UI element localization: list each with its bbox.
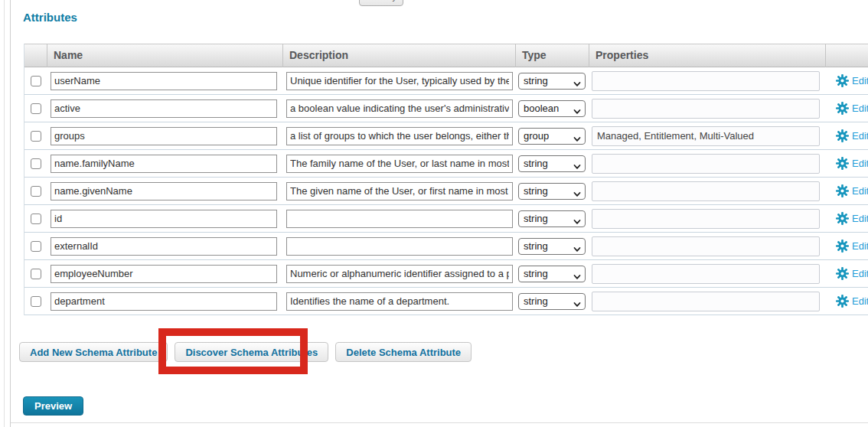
edit-link[interactable]: Edit: [852, 130, 868, 142]
attribute-type-select[interactable]: string: [518, 210, 586, 227]
attribute-description-input[interactable]: [286, 155, 513, 173]
description-cell: [282, 67, 515, 95]
attribute-description-input[interactable]: [286, 292, 513, 311]
attributes-heading: Attributes: [23, 11, 77, 24]
attribute-name-input[interactable]: [51, 182, 277, 200]
properties-cell: Managed, Entitlement, Multi-Valued: [589, 122, 825, 150]
properties-cell: [589, 233, 825, 260]
attribute-name-input[interactable]: [51, 99, 277, 118]
checkbox-cell: [24, 150, 47, 178]
attribute-type-select[interactable]: string: [518, 155, 586, 172]
attribute-name-input[interactable]: [51, 155, 277, 173]
edit-link[interactable]: Edit: [852, 240, 868, 252]
attribute-properties-field: [592, 264, 820, 284]
table-row: string: [24, 233, 868, 260]
row-checkbox[interactable]: [31, 76, 41, 86]
row-checkbox[interactable]: [31, 296, 41, 307]
column-header-name: Name: [47, 44, 282, 67]
name-cell: [47, 95, 282, 122]
edit-action[interactable]: Edit: [836, 295, 868, 308]
type-cell: string: [515, 178, 589, 205]
attribute-properties-field: [592, 209, 820, 229]
edit-action[interactable]: Edit: [836, 157, 868, 170]
attribute-description-input[interactable]: [286, 72, 513, 90]
readonly-dropdown[interactable]: Readonly▾: [359, 0, 403, 6]
table-row: string: [24, 288, 868, 315]
row-checkbox[interactable]: [31, 131, 41, 142]
properties-cell: [589, 205, 825, 233]
row-checkbox[interactable]: [31, 214, 41, 224]
edit-link[interactable]: Edit: [852, 158, 868, 169]
table-row: string: [24, 67, 868, 95]
actions-cell: Edit: [825, 233, 868, 260]
edit-link[interactable]: Edit: [852, 213, 868, 224]
delete-schema-attribute-button[interactable]: Delete Schema Attribute: [335, 342, 472, 362]
row-checkbox[interactable]: [31, 158, 41, 169]
column-header-actions: [825, 44, 868, 67]
edit-action[interactable]: Edit: [836, 184, 868, 197]
edit-link[interactable]: Edit: [852, 103, 868, 114]
attribute-type-select[interactable]: string: [518, 183, 586, 200]
checkbox-cell: [24, 178, 47, 205]
preview-button[interactable]: Preview: [23, 396, 83, 416]
attribute-type-select[interactable]: string: [518, 73, 586, 90]
type-cell: string: [515, 205, 589, 233]
edit-link[interactable]: Edit: [852, 75, 868, 86]
attribute-description-input[interactable]: [286, 182, 513, 200]
name-cell: [47, 205, 282, 233]
edit-link[interactable]: Edit: [852, 185, 868, 197]
checkbox-cell: [24, 122, 47, 150]
attribute-name-input[interactable]: [51, 237, 277, 256]
attribute-properties-field: [592, 292, 820, 311]
description-cell: [282, 288, 515, 315]
attribute-description-input[interactable]: [286, 237, 513, 256]
panel-border-bottom: [11, 422, 868, 423]
edit-action[interactable]: Edit: [836, 102, 868, 115]
attribute-type-select[interactable]: string: [518, 266, 586, 282]
attribute-description-input[interactable]: [286, 99, 513, 118]
edit-action[interactable]: Edit: [836, 129, 868, 142]
actions-cell: Edit: [825, 67, 868, 95]
attribute-type-select[interactable]: string: [518, 238, 586, 255]
attribute-properties-field: [592, 236, 820, 256]
attribute-description-input[interactable]: [286, 127, 513, 145]
chevron-down-icon: ▾: [398, 0, 402, 2]
edit-action[interactable]: Edit: [836, 212, 868, 225]
attribute-name-input[interactable]: [51, 127, 277, 145]
actions-cell: Edit: [825, 122, 868, 150]
properties-cell: [589, 67, 825, 95]
table-body: string: [24, 67, 868, 315]
edit-action[interactable]: Edit: [836, 240, 868, 253]
name-cell: [47, 178, 282, 205]
discover-schema-attributes-button[interactable]: Discover Schema Attributes: [175, 342, 328, 362]
column-header-properties: Properties: [589, 44, 825, 67]
attribute-properties-field: Managed, Entitlement, Multi-Valued: [592, 126, 820, 146]
attribute-name-input[interactable]: [51, 210, 277, 228]
attribute-description-input[interactable]: [286, 265, 513, 283]
attribute-name-input[interactable]: [51, 72, 277, 90]
attribute-type-select[interactable]: group: [518, 128, 586, 145]
row-checkbox[interactable]: [31, 186, 41, 197]
attribute-description-input[interactable]: [286, 210, 513, 228]
edit-action[interactable]: Edit: [836, 267, 868, 280]
type-cell: group: [515, 122, 589, 150]
attribute-type-select[interactable]: boolean: [518, 100, 586, 117]
row-checkbox[interactable]: [31, 269, 41, 279]
attribute-name-input[interactable]: [51, 292, 277, 311]
actions-cell: Edit: [825, 260, 868, 288]
row-checkbox[interactable]: [31, 241, 41, 252]
properties-cell: [589, 260, 825, 288]
edit-link[interactable]: Edit: [852, 268, 868, 279]
checkbox-cell: [24, 288, 47, 315]
edit-action[interactable]: Edit: [836, 74, 868, 87]
add-new-schema-attribute-button[interactable]: Add New Schema Attribute: [19, 342, 168, 362]
properties-cell: [589, 178, 825, 205]
attribute-type-select[interactable]: string: [518, 293, 586, 310]
row-checkbox[interactable]: [31, 103, 41, 114]
edit-link[interactable]: Edit: [852, 295, 868, 307]
gear-icon: [836, 295, 849, 308]
name-cell: [47, 288, 282, 315]
type-cell: string: [515, 288, 589, 315]
attribute-name-input[interactable]: [51, 265, 277, 283]
description-cell: [282, 122, 515, 150]
